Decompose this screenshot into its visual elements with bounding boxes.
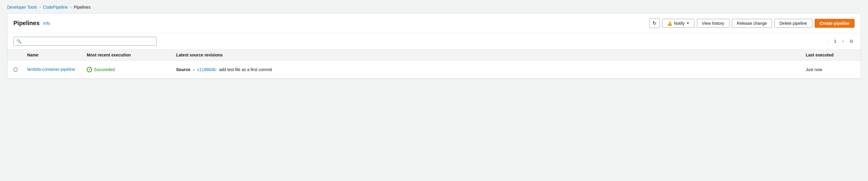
delete-pipeline-button[interactable]: Delete pipeline [774, 19, 812, 28]
search-wrapper: 🔍 [13, 37, 156, 46]
pipelines-table: Name Most recent execution Latest source… [7, 50, 861, 79]
main-card: Pipelines Info ↻ 🔔 Notify ▼ View history… [7, 13, 861, 79]
row-radio[interactable] [13, 67, 18, 72]
source-message: add test file as a first commit [219, 67, 272, 72]
row-select-cell [7, 63, 22, 76]
breadcrumb-developer-tools[interactable]: Developer Tools [7, 5, 37, 9]
release-change-button[interactable]: Release change [732, 19, 772, 28]
next-page-button[interactable]: › [841, 37, 846, 45]
source-bold: Source [176, 67, 190, 72]
card-header-left: Pipelines Info [13, 20, 50, 27]
source-label: Source – c1186b0b: add test file as a fi… [176, 67, 272, 72]
page-number: 1 [832, 39, 838, 44]
refresh-icon: ↻ [652, 20, 656, 26]
search-area: 🔍 ‹ 1 › ⚙ [7, 33, 861, 50]
col-select [7, 50, 22, 60]
card-header: Pipelines Info ↻ 🔔 Notify ▼ View history… [7, 14, 861, 33]
refresh-button[interactable]: ↻ [649, 18, 660, 28]
revisions-cell: Source – c1186b0b: add test file as a fi… [172, 63, 801, 76]
source-commit-link[interactable]: c1186b0b [197, 67, 216, 72]
execution-status-cell: ✓ Succeeded [82, 63, 172, 76]
bell-icon: 🔔 [667, 21, 672, 26]
breadcrumb-sep-2: › [70, 5, 71, 9]
col-execution: Most recent execution [82, 50, 172, 60]
success-icon: ✓ [87, 67, 92, 72]
view-history-button[interactable]: View history [697, 19, 730, 28]
breadcrumb-sep-1: › [39, 5, 40, 9]
pagination-area: ‹ 1 › ⚙ [825, 37, 855, 46]
page-title: Pipelines [13, 20, 40, 27]
breadcrumb-codepipeline[interactable]: CodePipeline [43, 5, 68, 9]
card-header-right: ↻ 🔔 Notify ▼ View history Release change… [649, 18, 855, 28]
prev-page-button[interactable]: ‹ [825, 37, 830, 45]
status-succeeded: ✓ Succeeded [87, 67, 115, 72]
col-last-executed: Last executed [801, 50, 861, 60]
last-executed-value: Just now [806, 67, 822, 72]
table-row: lambda-container-pipeline ✓ Succeeded So… [7, 61, 861, 79]
notify-button[interactable]: 🔔 Notify ▼ [662, 19, 694, 28]
table-header: Name Most recent execution Latest source… [7, 50, 861, 61]
notify-label: Notify [674, 21, 685, 26]
col-name: Name [22, 50, 82, 60]
breadcrumb-pipelines: Pipelines [73, 5, 91, 9]
create-pipeline-button[interactable]: Create pipeline [815, 19, 855, 28]
gear-icon: ⚙ [849, 39, 854, 44]
pipeline-name-cell: lambda-container-pipeline [22, 62, 82, 77]
col-revisions: Latest source revisions [172, 50, 801, 60]
dropdown-arrow-icon: ▼ [686, 22, 689, 25]
pipeline-link[interactable]: lambda-container-pipeline [27, 67, 75, 73]
table-settings-button[interactable]: ⚙ [848, 37, 855, 46]
breadcrumb: Developer Tools › CodePipeline › Pipelin… [0, 0, 868, 13]
search-input[interactable] [13, 37, 156, 46]
info-link[interactable]: Info [43, 21, 50, 26]
last-executed-cell: Just now [801, 63, 861, 76]
status-label: Succeeded [94, 67, 115, 72]
